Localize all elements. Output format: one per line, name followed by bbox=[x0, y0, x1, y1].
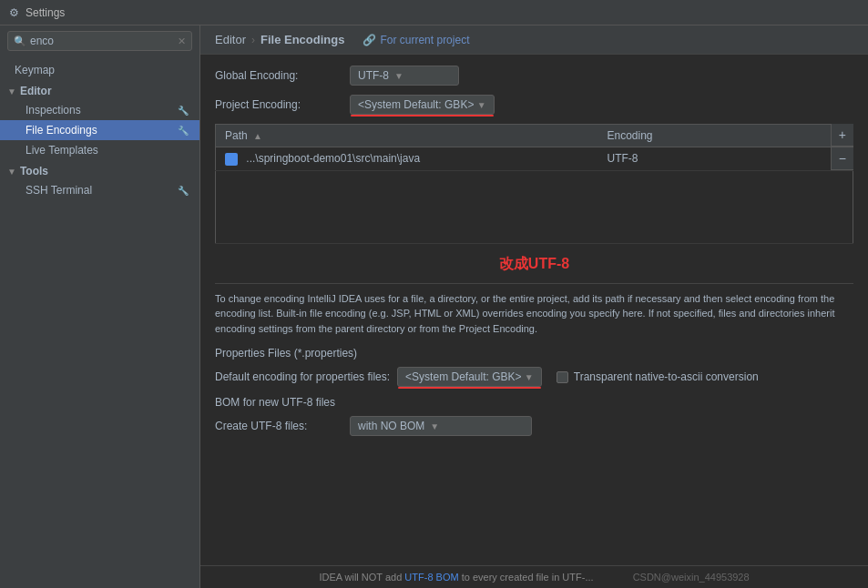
breadcrumb: Editor › File Encodings 🔗 For current pr… bbox=[200, 25, 868, 55]
sidebar-section-editor[interactable]: ▼ Editor bbox=[0, 80, 199, 100]
table-cell-encoding: UTF-8 bbox=[598, 147, 853, 171]
add-row-button[interactable]: + bbox=[831, 124, 853, 147]
bottom-note: IDEA will NOT add UTF-8 BOM to every cre… bbox=[200, 565, 868, 588]
create-utf8-label: Create UTF-8 files: bbox=[215, 420, 342, 432]
arrow-down-icon: ▼ bbox=[7, 86, 16, 96]
title-text: Settings bbox=[26, 6, 65, 19]
sidebar-section-tools[interactable]: ▼ Tools bbox=[0, 160, 199, 180]
utf8-bom-highlight: UTF-8 BOM bbox=[404, 572, 458, 583]
main-layout: 🔍 ✕ Keymap ▼ Editor Inspections 🔧 File E… bbox=[0, 25, 868, 588]
search-clear-icon[interactable]: ✕ bbox=[178, 35, 186, 47]
transparent-conversion-label: Transparent native-to-ascii conversion bbox=[574, 370, 759, 383]
bom-section-title: BOM for new UTF-8 files bbox=[215, 396, 853, 409]
column-header-path[interactable]: Path ▲ bbox=[216, 125, 598, 147]
settings-content: Global Encoding: UTF-8 ▼ Project Encodin… bbox=[200, 55, 868, 565]
properties-encoding-dropdown[interactable]: <System Default: GBK> ▼ bbox=[397, 367, 542, 387]
encoding-table: Path ▲ Encoding ...\springb bbox=[215, 124, 853, 244]
editor-section-label: Editor bbox=[20, 85, 52, 97]
red-underline-decoration bbox=[351, 115, 494, 117]
project-encoding-label: Project Encoding: bbox=[215, 98, 342, 111]
dropdown-arrow-icon-4: ▼ bbox=[430, 421, 439, 431]
sidebar-content: Keymap ▼ Editor Inspections 🔧 File Encod… bbox=[0, 56, 199, 588]
dropdown-arrow-icon: ▼ bbox=[394, 71, 403, 81]
create-utf8-row: Create UTF-8 files: with NO BOM ▼ bbox=[215, 416, 853, 436]
sidebar-item-ssh-terminal[interactable]: SSH Terminal 🔧 bbox=[0, 180, 199, 200]
folder-icon bbox=[225, 153, 238, 166]
global-encoding-row: Global Encoding: UTF-8 ▼ bbox=[215, 66, 853, 86]
table-row[interactable]: ...\springboot-demo01\src\main\java UTF-… bbox=[216, 147, 853, 171]
properties-encoding-label: Default encoding for properties files: bbox=[215, 370, 390, 383]
global-encoding-label: Global Encoding: bbox=[215, 69, 342, 82]
link-icon: 🔗 bbox=[363, 34, 376, 46]
column-header-encoding: Encoding bbox=[598, 125, 853, 147]
arrow-down-icon-2: ▼ bbox=[7, 167, 16, 177]
breadcrumb-current: File Encodings bbox=[260, 33, 344, 46]
search-box[interactable]: 🔍 ✕ bbox=[7, 31, 192, 51]
red-underline-decoration-2 bbox=[398, 387, 541, 389]
breadcrumb-separator: › bbox=[251, 34, 255, 46]
properties-encoding-row: Default encoding for properties files: <… bbox=[215, 367, 853, 387]
sort-arrow-icon: ▲ bbox=[253, 131, 262, 141]
title-bar: ⚙ Settings bbox=[0, 0, 868, 25]
sidebar-item-inspections[interactable]: Inspections 🔧 bbox=[0, 100, 199, 120]
search-input[interactable] bbox=[30, 35, 178, 47]
table-cell-path: ...\springboot-demo01\src\main\java bbox=[216, 147, 598, 171]
sidebar-item-live-templates[interactable]: Live Templates bbox=[0, 140, 199, 160]
sidebar: 🔍 ✕ Keymap ▼ Editor Inspections 🔧 File E… bbox=[0, 25, 200, 588]
dropdown-arrow-icon-3: ▼ bbox=[525, 372, 534, 382]
settings-icon: ⚙ bbox=[7, 6, 20, 19]
tools-section-label: Tools bbox=[20, 165, 48, 177]
red-annotation: 改成UTF-8 bbox=[215, 255, 853, 274]
watermark: CSDN@weixin_44953928 bbox=[633, 572, 750, 583]
sidebar-item-file-encodings[interactable]: File Encodings 🔧 bbox=[0, 120, 199, 140]
transparent-conversion-row: Transparent native-to-ascii conversion bbox=[557, 370, 759, 383]
project-encoding-row: Project Encoding: <System Default: GBK> … bbox=[215, 95, 853, 115]
create-utf8-dropdown[interactable]: with NO BOM ▼ bbox=[350, 416, 532, 436]
annotation-text: To change encoding IntelliJ IDEA uses fo… bbox=[215, 283, 853, 337]
dropdown-arrow-icon-2: ▼ bbox=[477, 100, 486, 110]
encoding-table-wrapper: Path ▲ Encoding ...\springb bbox=[215, 124, 853, 244]
settings-small-icon: 🔧 bbox=[178, 106, 189, 116]
sidebar-item-keymap[interactable]: Keymap bbox=[0, 60, 199, 80]
breadcrumb-link[interactable]: 🔗 For current project bbox=[363, 34, 469, 46]
properties-section-title: Properties Files (*.properties) bbox=[215, 347, 853, 360]
content-area: Editor › File Encodings 🔗 For current pr… bbox=[200, 25, 868, 588]
transparent-conversion-checkbox[interactable] bbox=[557, 371, 568, 383]
project-encoding-dropdown[interactable]: <System Default: GBK> ▼ bbox=[350, 95, 495, 115]
settings-icon-3: 🔧 bbox=[178, 186, 189, 196]
global-encoding-dropdown[interactable]: UTF-8 ▼ bbox=[350, 66, 459, 86]
search-icon: 🔍 bbox=[14, 35, 26, 47]
remove-row-button[interactable]: − bbox=[831, 147, 853, 170]
settings-icon-2: 🔧 bbox=[178, 126, 189, 136]
breadcrumb-parent: Editor bbox=[215, 33, 246, 46]
